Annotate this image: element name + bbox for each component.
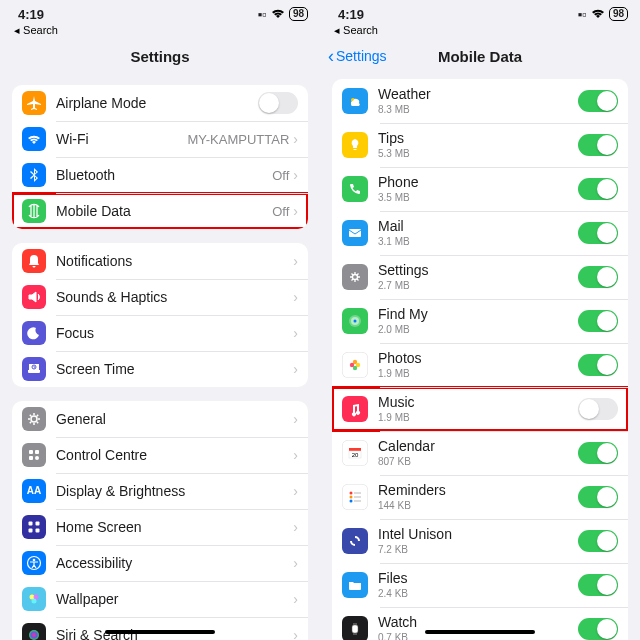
toggle-music[interactable] [578, 398, 618, 420]
chevron-right-icon: › [293, 325, 298, 341]
intel-unison-icon [342, 528, 368, 554]
app-row-tips[interactable]: Tips 5.3 MB [332, 123, 628, 167]
back-button[interactable]: ‹ Settings [328, 46, 387, 67]
toggle-photos[interactable] [578, 354, 618, 376]
svg-rect-9 [29, 529, 33, 533]
chevron-right-icon: › [293, 555, 298, 571]
toggle-calendar[interactable] [578, 442, 618, 464]
app-row-reminders[interactable]: Reminders 144 KB [332, 475, 628, 519]
toggle-intel-unison[interactable] [578, 530, 618, 552]
wi-fi-icon [22, 127, 46, 151]
back-to-search[interactable]: ◂ Search [320, 24, 640, 39]
settings-row-general[interactable]: General › [12, 401, 308, 437]
app-data-usage: 3.1 MB [378, 236, 578, 247]
app-row-weather[interactable]: Weather 8.3 MB [332, 79, 628, 123]
row-label: Accessibility [56, 555, 293, 571]
app-data-usage: 7.2 KB [378, 544, 578, 555]
row-label: Focus [56, 325, 293, 341]
toggle-weather[interactable] [578, 90, 618, 112]
settings-row-bluetooth[interactable]: Bluetooth Off › [12, 157, 308, 193]
svg-rect-33 [354, 492, 361, 493]
app-row-phone[interactable]: Phone 3.5 MB [332, 167, 628, 211]
toggle-find-my[interactable] [578, 310, 618, 332]
cellular-icon: ▪▫ [258, 7, 267, 22]
row-label: Wi-Fi [56, 131, 187, 147]
settings-row-wallpaper[interactable]: Wallpaper › [12, 581, 308, 617]
chevron-right-icon: › [293, 131, 298, 147]
app-label: Calendar [378, 439, 578, 454]
settings-row-display-brightness[interactable]: AA Display & Brightness › [12, 473, 308, 509]
svg-rect-27 [349, 448, 361, 451]
row-label: Wallpaper [56, 591, 293, 607]
control-centre-icon [22, 443, 46, 467]
svg-text:AA: AA [27, 485, 41, 496]
svg-rect-3 [35, 450, 39, 454]
svg-rect-10 [36, 529, 40, 533]
settings-row-accessibility[interactable]: Accessibility › [12, 545, 308, 581]
settings-row-control-centre[interactable]: Control Centre › [12, 437, 308, 473]
toggle-airplane-mode[interactable] [258, 92, 298, 114]
svg-point-22 [354, 320, 357, 323]
toggle-files[interactable] [578, 574, 618, 596]
row-label: General [56, 411, 293, 427]
app-data-usage: 8.3 MB [378, 104, 578, 115]
app-data-list[interactable]: Weather 8.3 MB Tips 5.3 MB Phone 3.5 MB … [320, 73, 640, 640]
settings-row-wi-fi[interactable]: Wi-Fi MY-KAMPUTTAR › [12, 121, 308, 157]
toggle-phone[interactable] [578, 178, 618, 200]
app-row-files[interactable]: Files 2.4 KB [332, 563, 628, 607]
chevron-right-icon: › [293, 203, 298, 219]
app-row-photos[interactable]: Photos 1.9 MB [332, 343, 628, 387]
chevron-right-icon: › [293, 519, 298, 535]
home-indicator[interactable] [105, 630, 215, 634]
chevron-right-icon: › [293, 483, 298, 499]
app-row-mail[interactable]: Mail 3.1 MB [332, 211, 628, 255]
svg-point-30 [350, 492, 353, 495]
settings-row-screen-time[interactable]: Screen Time › [12, 351, 308, 387]
svg-rect-4 [29, 456, 33, 460]
toggle-watch[interactable] [578, 618, 618, 640]
settings-row-airplane-mode[interactable]: Airplane Mode [12, 85, 308, 121]
chevron-right-icon: › [293, 591, 298, 607]
page-title: Settings [130, 48, 189, 65]
settings-icon [342, 264, 368, 290]
settings-row-sounds-haptics[interactable]: Sounds & Haptics › [12, 279, 308, 315]
app-row-settings[interactable]: Settings 2.7 MB [332, 255, 628, 299]
settings-list[interactable]: Airplane Mode Wi-Fi MY-KAMPUTTAR › Bluet… [0, 73, 320, 640]
app-data-usage: 3.5 MB [378, 192, 578, 203]
screen-time-icon [22, 357, 46, 381]
app-label: Weather [378, 87, 578, 102]
status-indicators: ▪▫ 98 [578, 7, 628, 22]
home-indicator[interactable] [425, 630, 535, 634]
row-label: Mobile Data [56, 203, 272, 219]
toggle-settings[interactable] [578, 266, 618, 288]
settings-row-siri-search[interactable]: Siri & Search › [12, 617, 308, 640]
wifi-icon [591, 9, 605, 19]
svg-rect-36 [352, 625, 358, 633]
back-to-search[interactable]: ◂ Search [0, 24, 320, 39]
row-label: Control Centre [56, 447, 293, 463]
app-label: Intel Unison [378, 527, 578, 542]
toggle-reminders[interactable] [578, 486, 618, 508]
toggle-tips[interactable] [578, 134, 618, 156]
photos-icon [342, 352, 368, 378]
row-label: Display & Brightness [56, 483, 293, 499]
chevron-right-icon: › [293, 627, 298, 640]
row-label: Airplane Mode [56, 95, 258, 111]
svg-rect-8 [36, 522, 40, 526]
app-row-music[interactable]: Music 1.9 MB [332, 387, 628, 431]
nav-bar: Settings [0, 39, 320, 73]
app-row-watch[interactable]: Watch 0.7 KB [332, 607, 628, 640]
svg-point-32 [350, 500, 353, 503]
nav-bar: ‹ Settings Mobile Data [320, 39, 640, 73]
battery-indicator: 98 [289, 7, 308, 21]
settings-row-mobile-data[interactable]: Mobile Data Off › [12, 193, 308, 229]
app-row-find-my[interactable]: Find My 2.0 MB [332, 299, 628, 343]
app-row-calendar[interactable]: 20 Calendar 807 KB [332, 431, 628, 475]
settings-row-focus[interactable]: Focus › [12, 315, 308, 351]
app-row-intel-unison[interactable]: Intel Unison 7.2 KB [332, 519, 628, 563]
settings-row-notifications[interactable]: Notifications › [12, 243, 308, 279]
chevron-left-icon: ‹ [328, 46, 334, 67]
settings-row-home-screen[interactable]: Home Screen › [12, 509, 308, 545]
group-general: General › Control Centre › AA Display & … [12, 401, 308, 640]
toggle-mail[interactable] [578, 222, 618, 244]
